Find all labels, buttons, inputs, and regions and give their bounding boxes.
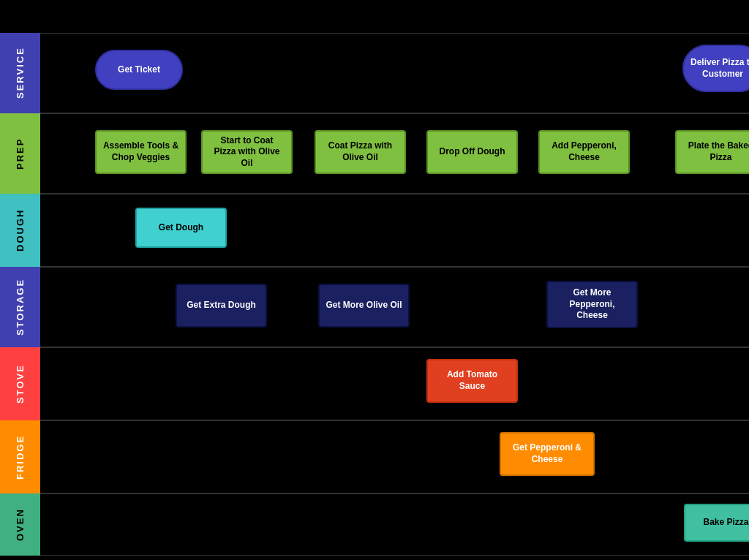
- task-get-more-olive[interactable]: Get More Olive Oil: [318, 284, 410, 328]
- lane-stove: STOVE Add Tomato Sauce: [0, 347, 749, 420]
- task-get-dough[interactable]: Get Dough: [135, 208, 227, 248]
- lane-fridge-label: FRIDGE: [0, 420, 40, 493]
- task-get-pepperoni[interactable]: Get Pepperoni & Cheese: [500, 432, 595, 476]
- lane-storage-label: STORAGE: [0, 267, 40, 347]
- task-coat-pizza[interactable]: Coat Pizza with Olive Oil: [315, 130, 406, 174]
- task-bake-pizza[interactable]: Bake Pizza: [684, 504, 749, 542]
- task-assemble-tools[interactable]: Assemble Tools & Chop Veggies: [95, 130, 187, 174]
- workflow-diagram: SERVICE Get Ticket Deliver Pizza to Cust…: [0, 0, 749, 560]
- lane-prep: PREP Assemble Tools & Chop Veggies Start…: [0, 113, 749, 194]
- lane-oven: OVEN Bake Pizza: [0, 493, 749, 556]
- lane-dough-label: DOUGH: [0, 194, 40, 267]
- task-deliver-pizza[interactable]: Deliver Pizza to Customer: [682, 45, 749, 92]
- task-get-ticket[interactable]: Get Ticket: [95, 50, 183, 90]
- lane-storage: STORAGE Get Extra Dough Get More Olive O…: [0, 267, 749, 347]
- task-get-more-pepperoni[interactable]: Get More Pepperoni, Cheese: [546, 281, 638, 328]
- lane-fridge: FRIDGE Get Pepperoni & Cheese: [0, 420, 749, 493]
- lane-prep-label: PREP: [0, 113, 40, 194]
- task-plate-baked[interactable]: Plate the Baked Pizza: [675, 130, 749, 174]
- lane-stove-label: STOVE: [0, 347, 40, 420]
- task-get-extra-dough[interactable]: Get Extra Dough: [176, 284, 267, 328]
- task-add-pepperoni-cheese[interactable]: Add Pepperoni, Cheese: [538, 130, 630, 174]
- lane-oven-label: OVEN: [0, 493, 40, 556]
- task-drop-off-dough[interactable]: Drop Off Dough: [426, 130, 518, 174]
- lane-service: SERVICE Get Ticket Deliver Pizza to Cust…: [0, 33, 749, 113]
- task-start-coat[interactable]: Start to Coat Pizza with Olive Oil: [201, 130, 293, 174]
- lane-dough: DOUGH Get Dough: [0, 194, 749, 267]
- lane-service-label: SERVICE: [0, 33, 40, 113]
- task-add-tomato[interactable]: Add Tomato Sauce: [426, 359, 518, 403]
